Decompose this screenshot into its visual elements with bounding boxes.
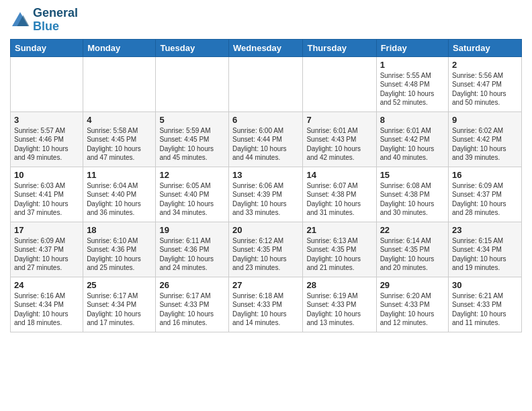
day-number: 13 — [232, 170, 299, 180]
day-info: Sunrise: 6:13 AM Sunset: 4:35 PM Dayligh… — [306, 236, 372, 273]
weekday-header-saturday: Saturday — [449, 39, 522, 56]
day-info: Sunrise: 6:09 AM Sunset: 4:37 PM Dayligh… — [452, 181, 518, 218]
weekday-header-tuesday: Tuesday — [156, 39, 229, 56]
calendar-cell: 16Sunrise: 6:09 AM Sunset: 4:37 PM Dayli… — [449, 167, 522, 222]
calendar-cell: 7Sunrise: 6:01 AM Sunset: 4:43 PM Daylig… — [303, 111, 376, 167]
day-number: 11 — [87, 170, 152, 180]
day-info: Sunrise: 6:11 AM Sunset: 4:36 PM Dayligh… — [159, 236, 225, 273]
calendar-cell: 15Sunrise: 6:08 AM Sunset: 4:38 PM Dayli… — [376, 167, 448, 222]
day-info: Sunrise: 6:02 AM Sunset: 4:42 PM Dayligh… — [452, 126, 518, 163]
calendar-cell — [156, 56, 229, 111]
calendar-cell: 24Sunrise: 6:16 AM Sunset: 4:34 PM Dayli… — [11, 277, 83, 332]
weekday-header-sunday: Sunday — [11, 39, 83, 56]
calendar-cell: 12Sunrise: 6:05 AM Sunset: 4:40 PM Dayli… — [156, 167, 229, 222]
day-info: Sunrise: 6:12 AM Sunset: 4:35 PM Dayligh… — [232, 236, 299, 273]
day-info: Sunrise: 6:00 AM Sunset: 4:44 PM Dayligh… — [232, 126, 299, 163]
weekday-header-wednesday: Wednesday — [229, 39, 303, 56]
calendar-header-row: SundayMondayTuesdayWednesdayThursdayFrid… — [11, 39, 522, 56]
calendar-cell: 27Sunrise: 6:18 AM Sunset: 4:33 PM Dayli… — [229, 277, 303, 332]
day-info: Sunrise: 6:04 AM Sunset: 4:40 PM Dayligh… — [87, 181, 152, 218]
day-info: Sunrise: 5:58 AM Sunset: 4:45 PM Dayligh… — [87, 126, 152, 163]
day-number: 27 — [232, 280, 299, 290]
day-number: 4 — [87, 115, 152, 125]
calendar-cell: 14Sunrise: 6:07 AM Sunset: 4:38 PM Dayli… — [303, 167, 376, 222]
day-info: Sunrise: 6:07 AM Sunset: 4:38 PM Dayligh… — [306, 181, 372, 218]
calendar-cell — [11, 56, 83, 111]
calendar-cell: 6Sunrise: 6:00 AM Sunset: 4:44 PM Daylig… — [229, 111, 303, 167]
weekday-header-friday: Friday — [376, 39, 448, 56]
calendar-cell — [229, 56, 303, 111]
day-info: Sunrise: 6:17 AM Sunset: 4:33 PM Dayligh… — [159, 291, 225, 328]
calendar-cell: 11Sunrise: 6:04 AM Sunset: 4:40 PM Dayli… — [83, 167, 156, 222]
day-number: 9 — [452, 115, 518, 125]
day-number: 25 — [87, 280, 152, 290]
day-info: Sunrise: 6:21 AM Sunset: 4:33 PM Dayligh… — [452, 291, 518, 328]
calendar-week-row: 17Sunrise: 6:09 AM Sunset: 4:37 PM Dayli… — [11, 222, 522, 277]
day-number: 3 — [14, 115, 79, 125]
day-number: 14 — [306, 170, 372, 180]
calendar-cell: 23Sunrise: 6:15 AM Sunset: 4:34 PM Dayli… — [449, 222, 522, 277]
calendar-cell: 5Sunrise: 5:59 AM Sunset: 4:45 PM Daylig… — [156, 111, 229, 167]
calendar-cell: 18Sunrise: 6:10 AM Sunset: 4:36 PM Dayli… — [83, 222, 156, 277]
calendar-cell: 21Sunrise: 6:13 AM Sunset: 4:35 PM Dayli… — [303, 222, 376, 277]
day-number: 19 — [159, 225, 225, 235]
day-info: Sunrise: 6:17 AM Sunset: 4:34 PM Dayligh… — [87, 291, 152, 328]
logo-icon — [10, 10, 30, 30]
day-number: 24 — [14, 280, 79, 290]
day-number: 5 — [159, 115, 225, 125]
calendar-cell: 10Sunrise: 6:03 AM Sunset: 4:41 PM Dayli… — [11, 167, 83, 222]
logo-text: General Blue — [33, 7, 78, 34]
day-info: Sunrise: 5:55 AM Sunset: 4:48 PM Dayligh… — [380, 71, 445, 107]
day-number: 16 — [452, 170, 518, 180]
day-info: Sunrise: 5:57 AM Sunset: 4:46 PM Dayligh… — [14, 126, 79, 163]
day-number: 26 — [159, 280, 225, 290]
day-info: Sunrise: 6:03 AM Sunset: 4:41 PM Dayligh… — [14, 181, 79, 218]
day-info: Sunrise: 6:06 AM Sunset: 4:39 PM Dayligh… — [232, 181, 299, 218]
header: General Blue — [10, 7, 522, 34]
calendar-cell: 20Sunrise: 6:12 AM Sunset: 4:35 PM Dayli… — [229, 222, 303, 277]
calendar-week-row: 1Sunrise: 5:55 AM Sunset: 4:48 PM Daylig… — [11, 56, 522, 111]
day-number: 18 — [87, 225, 152, 235]
day-number: 23 — [452, 225, 518, 235]
day-number: 12 — [159, 170, 225, 180]
day-info: Sunrise: 6:14 AM Sunset: 4:35 PM Dayligh… — [380, 236, 445, 273]
day-info: Sunrise: 6:18 AM Sunset: 4:33 PM Dayligh… — [232, 291, 299, 328]
calendar-cell: 22Sunrise: 6:14 AM Sunset: 4:35 PM Dayli… — [376, 222, 448, 277]
weekday-header-thursday: Thursday — [303, 39, 376, 56]
calendar-cell: 13Sunrise: 6:06 AM Sunset: 4:39 PM Dayli… — [229, 167, 303, 222]
calendar-table: SundayMondayTuesdayWednesdayThursdayFrid… — [10, 39, 522, 332]
day-number: 1 — [380, 60, 445, 70]
calendar-cell: 25Sunrise: 6:17 AM Sunset: 4:34 PM Dayli… — [83, 277, 156, 332]
day-info: Sunrise: 6:05 AM Sunset: 4:40 PM Dayligh… — [159, 181, 225, 218]
calendar-cell: 3Sunrise: 5:57 AM Sunset: 4:46 PM Daylig… — [11, 111, 83, 167]
day-info: Sunrise: 6:10 AM Sunset: 4:36 PM Dayligh… — [87, 236, 152, 273]
day-info: Sunrise: 6:01 AM Sunset: 4:43 PM Dayligh… — [306, 126, 372, 163]
day-info: Sunrise: 6:01 AM Sunset: 4:42 PM Dayligh… — [380, 126, 445, 163]
day-info: Sunrise: 6:16 AM Sunset: 4:34 PM Dayligh… — [14, 291, 79, 328]
day-number: 28 — [306, 280, 372, 290]
day-info: Sunrise: 6:20 AM Sunset: 4:33 PM Dayligh… — [380, 291, 445, 328]
calendar-week-row: 3Sunrise: 5:57 AM Sunset: 4:46 PM Daylig… — [11, 111, 522, 167]
calendar-cell: 26Sunrise: 6:17 AM Sunset: 4:33 PM Dayli… — [156, 277, 229, 332]
calendar-cell — [303, 56, 376, 111]
calendar-cell: 30Sunrise: 6:21 AM Sunset: 4:33 PM Dayli… — [449, 277, 522, 332]
calendar-cell: 9Sunrise: 6:02 AM Sunset: 4:42 PM Daylig… — [449, 111, 522, 167]
day-number: 21 — [306, 225, 372, 235]
day-info: Sunrise: 6:08 AM Sunset: 4:38 PM Dayligh… — [380, 181, 445, 218]
day-number: 30 — [452, 280, 518, 290]
day-number: 6 — [232, 115, 299, 125]
calendar-cell: 8Sunrise: 6:01 AM Sunset: 4:42 PM Daylig… — [376, 111, 448, 167]
calendar-cell: 28Sunrise: 6:19 AM Sunset: 4:33 PM Dayli… — [303, 277, 376, 332]
day-info: Sunrise: 5:59 AM Sunset: 4:45 PM Dayligh… — [159, 126, 225, 163]
day-number: 10 — [14, 170, 79, 180]
calendar-cell: 17Sunrise: 6:09 AM Sunset: 4:37 PM Dayli… — [11, 222, 83, 277]
calendar-cell: 1Sunrise: 5:55 AM Sunset: 4:48 PM Daylig… — [376, 56, 448, 111]
day-info: Sunrise: 6:09 AM Sunset: 4:37 PM Dayligh… — [14, 236, 79, 273]
calendar-cell: 2Sunrise: 5:56 AM Sunset: 4:47 PM Daylig… — [449, 56, 522, 111]
calendar-cell: 29Sunrise: 6:20 AM Sunset: 4:33 PM Dayli… — [376, 277, 448, 332]
calendar-cell — [83, 56, 156, 111]
day-number: 15 — [380, 170, 445, 180]
day-number: 20 — [232, 225, 299, 235]
day-number: 7 — [306, 115, 372, 125]
logo: General Blue — [10, 7, 78, 34]
